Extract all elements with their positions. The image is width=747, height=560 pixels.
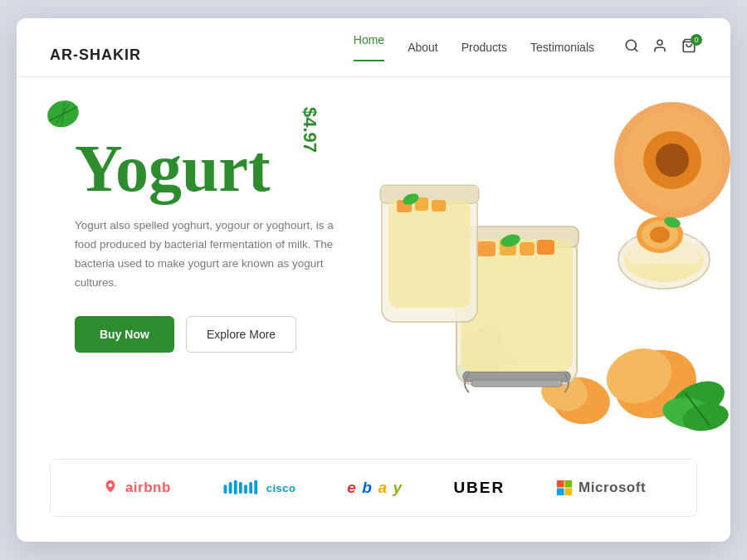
user-icon — [652, 38, 667, 53]
airbnb-icon — [101, 478, 120, 498]
hero-section: Yogurt $4.97 Yogurt also spelled yoghurt… — [17, 77, 730, 459]
microsoft-icon — [556, 480, 573, 496]
svg-rect-35 — [388, 200, 471, 308]
svg-rect-61 — [565, 488, 573, 495]
cisco-icon — [222, 478, 261, 498]
hero-content: Yogurt $4.97 Yogurt also spelled yoghurt… — [50, 110, 365, 353]
browser-window: AR-SHAKIR Home About Products Testimonia… — [17, 18, 730, 542]
brand-airbnb: airbnb — [101, 478, 171, 498]
svg-rect-30 — [537, 240, 554, 255]
svg-rect-60 — [557, 488, 564, 495]
search-icon — [624, 38, 639, 53]
leaf-decoration-bottom — [660, 359, 718, 409]
svg-rect-54 — [239, 482, 242, 494]
explore-more-button[interactable]: Explore More — [186, 316, 296, 353]
svg-point-2 — [657, 40, 662, 45]
svg-rect-29 — [520, 242, 535, 256]
ebay-e: e — [347, 479, 356, 497]
nav-icons: 0 — [624, 38, 697, 72]
svg-rect-25 — [471, 380, 562, 387]
nav-links: Home About Products Testimonials — [354, 33, 594, 76]
hero-price: $4.97 — [300, 107, 321, 153]
ebay-a: a — [378, 479, 387, 497]
nav-about[interactable]: About — [408, 41, 438, 54]
hero-buttons: Buy Now Explore More — [75, 316, 365, 353]
brand-ebay: e b a y — [347, 479, 402, 497]
microsoft-label: Microsoft — [579, 480, 646, 496]
nav-testimonials[interactable]: Testimonials — [530, 41, 594, 54]
user-button[interactable] — [652, 38, 667, 57]
svg-point-12 — [656, 144, 689, 177]
cisco-label: cisco — [266, 482, 296, 494]
cart-button[interactable]: 0 — [681, 38, 697, 57]
brand-cisco: cisco — [222, 478, 296, 498]
brand-microsoft: Microsoft — [556, 480, 646, 496]
brand-logo: AR-SHAKIR — [50, 46, 141, 64]
svg-rect-58 — [557, 480, 564, 488]
ebay-y: y — [393, 479, 403, 497]
cart-badge: 0 — [691, 34, 702, 46]
brands-bar: airbnb cisco e b a y UBER — [50, 459, 697, 517]
navbar: AR-SHAKIR Home About Products Testimonia… — [17, 18, 730, 77]
svg-rect-27 — [477, 241, 496, 256]
svg-rect-56 — [249, 482, 252, 494]
svg-rect-38 — [432, 200, 446, 212]
svg-line-1 — [634, 48, 637, 51]
buy-now-button[interactable]: Buy Now — [75, 316, 174, 353]
svg-rect-53 — [233, 480, 237, 494]
hero-title: Yogurt — [75, 135, 271, 202]
svg-rect-55 — [244, 485, 247, 494]
ebay-b: b — [362, 479, 372, 497]
search-button[interactable] — [624, 38, 639, 57]
hero-description: Yogurt also spelled yoghurt, yogour or y… — [75, 217, 340, 293]
svg-rect-51 — [223, 485, 227, 494]
svg-rect-57 — [254, 480, 257, 494]
svg-rect-59 — [565, 480, 573, 488]
nav-products[interactable]: Products — [461, 41, 507, 54]
nav-home[interactable]: Home — [354, 33, 384, 61]
svg-rect-52 — [228, 482, 232, 494]
brand-uber: UBER — [453, 479, 505, 497]
uber-label: UBER — [453, 479, 505, 497]
airbnb-label: airbnb — [125, 480, 171, 496]
svg-point-45 — [650, 226, 670, 243]
